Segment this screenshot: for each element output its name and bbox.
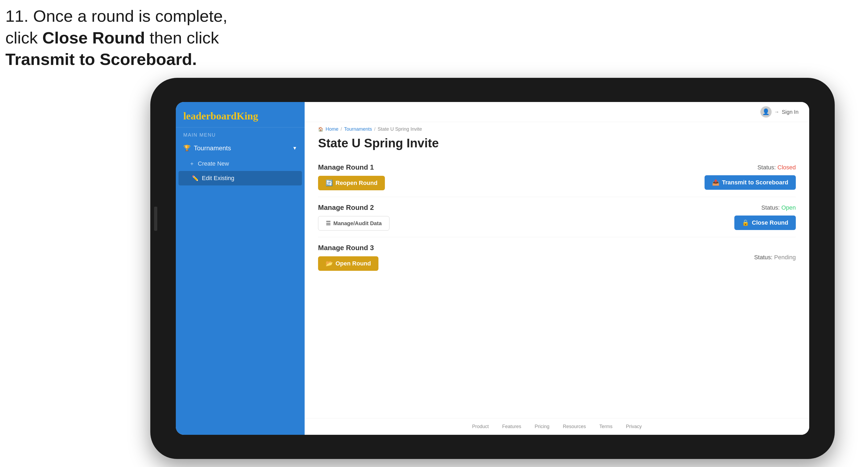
- main-menu-label: MAIN MENU: [176, 127, 305, 140]
- page-footer: Product Features Pricing Resources Terms…: [305, 418, 809, 435]
- list-icon: ☰: [326, 220, 331, 226]
- breadcrumb-home[interactable]: Home: [326, 126, 338, 132]
- round-3-status: Status: Pending: [754, 254, 796, 261]
- home-icon: 🏠: [318, 127, 323, 132]
- round-2-status: Status: Open: [762, 204, 796, 211]
- main-content-area: 👤 → Sign In 🏠 Home / Tournaments / State…: [305, 102, 809, 435]
- close-round-button[interactable]: 🔒 Close Round: [734, 216, 796, 230]
- round-1-status: Status: Closed: [757, 164, 796, 171]
- footer-features[interactable]: Features: [502, 424, 521, 429]
- trophy-icon: 🏆: [183, 145, 191, 152]
- rounds-content: Manage Round 1 🔄 Reopen Round Status: Cl…: [305, 157, 809, 418]
- tablet-side-button: [154, 207, 157, 231]
- round-3-block: Manage Round 3 📂 Open Round Status: Pend…: [318, 237, 796, 277]
- round-2-block: Manage Round 2 ☰ Manage/Audit Data Statu…: [318, 197, 796, 237]
- sign-in-area[interactable]: 👤 → Sign In: [761, 106, 799, 118]
- chevron-down-icon: ▼: [292, 146, 297, 151]
- lock-icon: 🔒: [742, 219, 749, 226]
- footer-pricing[interactable]: Pricing: [535, 424, 550, 429]
- round-3-title: Manage Round 3: [318, 244, 378, 252]
- app-logo: leaderboardKing: [183, 110, 297, 122]
- logo-area: leaderboardKing: [176, 102, 305, 127]
- footer-product[interactable]: Product: [472, 424, 489, 429]
- open-round-button[interactable]: 📂 Open Round: [318, 256, 378, 271]
- footer-resources[interactable]: Resources: [563, 424, 586, 429]
- breadcrumb-tournaments[interactable]: Tournaments: [344, 126, 372, 132]
- edit-icon: ✏️: [192, 175, 198, 181]
- avatar: 👤: [761, 106, 772, 118]
- instruction-text: 11. Once a round is complete, click Clos…: [5, 5, 227, 70]
- sidebar-item-tournaments[interactable]: 🏆 Tournaments ▼: [176, 140, 305, 156]
- sign-in-icon: →: [774, 109, 779, 115]
- footer-terms[interactable]: Terms: [599, 424, 613, 429]
- refresh-icon: 🔄: [326, 180, 333, 187]
- round-1-title: Manage Round 1: [318, 163, 385, 172]
- sidebar-item-create-new[interactable]: ＋ Create New: [176, 156, 305, 171]
- send-icon: 📤: [712, 179, 719, 186]
- round-1-block: Manage Round 1 🔄 Reopen Round Status: Cl…: [318, 157, 796, 197]
- app-sidebar: leaderboardKing MAIN MENU 🏆 Tournaments …: [176, 102, 305, 435]
- transmit-to-scoreboard-button[interactable]: 📤 Transmit to Scoreboard: [705, 175, 796, 190]
- reopen-round-button[interactable]: 🔄 Reopen Round: [318, 176, 385, 190]
- plus-icon: ＋: [189, 160, 194, 167]
- tablet-device: leaderboardKing MAIN MENU 🏆 Tournaments …: [150, 78, 835, 459]
- breadcrumb-current: State U Spring Invite: [378, 126, 422, 132]
- footer-privacy[interactable]: Privacy: [626, 424, 642, 429]
- top-bar: 👤 → Sign In: [305, 102, 809, 122]
- round-2-title: Manage Round 2: [318, 204, 390, 212]
- manage-audit-data-button[interactable]: ☰ Manage/Audit Data: [318, 216, 390, 230]
- tablet-screen: leaderboardKing MAIN MENU 🏆 Tournaments …: [176, 102, 809, 435]
- sidebar-item-edit-existing[interactable]: ✏️ Edit Existing: [179, 171, 302, 185]
- page-title: State U Spring Invite: [305, 132, 809, 157]
- folder-icon: 📂: [326, 260, 333, 267]
- breadcrumb: 🏠 Home / Tournaments / State U Spring In…: [305, 122, 809, 132]
